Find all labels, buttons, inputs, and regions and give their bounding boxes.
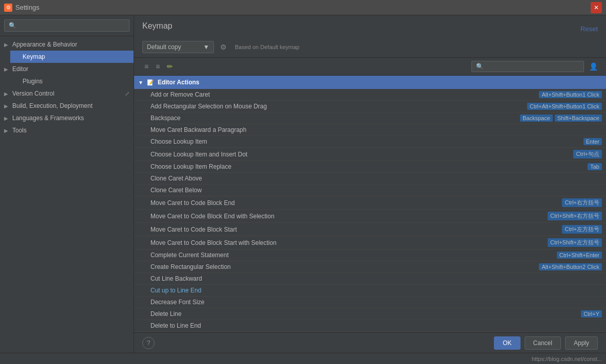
sidebar-search-box [0,15,134,36]
action-name: Decrease Font Size [150,299,602,306]
action-shortcut: Alt+Shift+Button1 Click [539,91,602,98]
sidebar-children-editor: Plugins [0,75,134,87]
ok-button[interactable]: OK [494,336,520,350]
table-row[interactable]: Delete Line Ctrl+Y [134,308,606,320]
table-row[interactable]: Move Caret to Code Block Start Ctrl+左方括号 [134,223,606,236]
editor-actions-group[interactable]: ▼ 📝 Editor Actions [134,76,606,89]
lang-arrow-icon: ▶ [4,116,12,121]
tools-arrow-icon: ▶ [4,128,12,133]
sidebar-item-editor-label: Editor [12,65,28,73]
action-shortcut: Ctrl+左方括号 [562,225,602,234]
action-name: Cut up to Line End [150,287,602,294]
window-title: Settings [15,4,588,11]
group-label: Editor Actions [158,79,200,86]
action-shortcut: Ctrl+右方括号 [562,198,602,207]
vc-arrow-icon: ▶ [4,91,12,97]
cancel-button[interactable]: Cancel [525,336,561,350]
editor-arrow-icon: ▶ [4,66,12,72]
sidebar-item-version-control-label: Version Control [12,90,54,97]
action-shortcut: Backspace [520,115,553,122]
keymap-search-input[interactable] [471,61,584,72]
keymaps-table: ▼ 📝 Editor Actions Add or Remove Caret A… [134,76,606,332]
panel-title: Keymap [142,21,172,31]
sidebar-item-tools[interactable]: ▶ Tools [0,124,134,136]
edit-shortcut-button[interactable]: ✏ [165,61,175,72]
table-row[interactable]: Create Rectangular Selection Alt+Shift+B… [134,261,606,273]
table-row[interactable]: Move Caret to Code Block End Ctrl+右方括号 [134,196,606,210]
reset-link[interactable]: Reset [580,25,598,33]
app-icon: ⚙ [4,4,12,12]
action-shortcut: Ctrl+Alt+Shift+Button1 Click [527,103,602,110]
status-bar: https://blog.csdn.net/const... [0,353,606,364]
main-content: ▶ Appearance & Behavior Keymap ▶ Editor [0,15,606,353]
sidebar-item-keymap[interactable]: Keymap [10,51,134,63]
gear-button[interactable]: ⚙ [218,42,229,52]
toolbar: ≡ ≡ ✏ 👤 [134,58,606,76]
keymap-controls: Default copy ▼ ⚙ Based on Default keymap [142,41,598,53]
sidebar-item-languages[interactable]: ▶ Languages & Frameworks [0,112,134,124]
keymap-name: Default copy [147,43,181,51]
action-name: Choose Lookup Item Replace [150,163,586,170]
based-on-label: Based on Default keymap [235,44,299,50]
collapse-all-button[interactable]: ≡ [154,61,162,72]
action-name: Move Caret Backward a Paragraph [150,126,602,133]
sidebar-search-input[interactable] [4,19,129,32]
status-url: https://blog.csdn.net/const... [532,356,602,362]
action-name: Choose Lookup Item and Insert Dot [150,151,571,158]
vc-external-icon: ⤢ [125,90,129,97]
panel-header: Keymap Reset Default copy ▼ ⚙ Based on D… [134,15,606,58]
expand-arrow-icon: ▶ [4,42,12,48]
sidebar-item-languages-label: Languages & Frameworks [12,115,84,122]
table-row[interactable]: Complete Current Statement Ctrl+Shift+En… [134,249,606,261]
table-row[interactable]: Cut up to Line End [134,285,606,297]
action-name: Backspace [150,115,518,122]
table-row[interactable]: Clone Caret Below [134,185,606,196]
sidebar-item-build-label: Build, Execution, Deployment [12,102,93,109]
action-name: Delete Line [150,310,579,317]
sidebar-item-appearance[interactable]: ▶ Appearance & Behavior [0,38,134,51]
sidebar-children-appearance: Keymap [0,51,134,63]
sidebar-item-version-control[interactable]: ▶ Version Control ⤢ [0,87,134,100]
action-name: Move Caret to Code Block End [150,199,560,207]
sidebar-item-appearance-label: Appearance & Behavior [12,41,77,48]
sidebar-item-plugins[interactable]: Plugins [10,75,134,87]
table-row[interactable]: Choose Lookup Item Replace Tab [134,161,606,173]
table-row[interactable]: Move Caret Backward a Paragraph [134,124,606,136]
sidebar-item-keymap-label: Keymap [23,53,45,60]
action-name: Move Caret to Code Block Start with Sele… [150,239,546,246]
action-shortcut: Ctrl+Shift+右方括号 [548,212,602,220]
table-row[interactable]: Move Caret to Code Block Start with Sele… [134,236,606,249]
table-row[interactable]: Choose Lookup Item Enter [134,136,606,148]
action-shortcut: Ctrl+Shift+Enter [557,252,602,259]
table-row[interactable]: Delete to Line End [134,320,606,332]
keymap-dropdown[interactable]: Default copy ▼ [142,41,214,53]
table-row[interactable]: Decrease Font Size [134,297,606,308]
table-row[interactable]: Move Caret to Code Block End with Select… [134,210,606,223]
table-row[interactable]: Cut Line Backward [134,273,606,285]
table-row[interactable]: Backspace Backspace Shift+Backspace [134,112,606,124]
group-arrow-icon: ▼ [138,80,143,85]
table-row[interactable]: Choose Lookup Item and Insert Dot Ctrl+句… [134,148,606,161]
settings-window: ⚙ Settings ✕ ▶ Appearance & Behavior Key… [0,0,606,364]
action-name: Clone Caret Above [150,175,602,182]
close-button[interactable]: ✕ [591,2,602,13]
dialog-footer: ? OK Cancel Apply [134,332,606,353]
action-shortcut: Tab [588,163,602,170]
action-name: Clone Caret Below [150,187,602,194]
sidebar: ▶ Appearance & Behavior Keymap ▶ Editor [0,15,134,353]
action-name: Delete to Line End [150,322,602,329]
table-row[interactable]: Add or Remove Caret Alt+Shift+Button1 Cl… [134,89,606,101]
action-shortcut: Ctrl+Shift+左方括号 [548,238,602,247]
expand-all-button[interactable]: ≡ [142,61,150,72]
help-button[interactable]: ? [142,337,155,349]
sidebar-item-tools-label: Tools [12,127,27,134]
sidebar-item-editor[interactable]: ▶ Editor [0,63,134,75]
table-row[interactable]: Add Rectangular Selection on Mouse Drag … [134,101,606,112]
action-name: Choose Lookup Item [150,138,581,145]
main-panel: Keymap Reset Default copy ▼ ⚙ Based on D… [134,15,606,353]
sidebar-item-build[interactable]: ▶ Build, Execution, Deployment [0,100,134,112]
table-row[interactable]: Clone Caret Above [134,173,606,185]
action-name: Move Caret to Code Block Start [150,226,560,233]
sidebar-item-plugins-label: Plugins [23,78,42,85]
apply-button[interactable]: Apply [565,336,598,350]
